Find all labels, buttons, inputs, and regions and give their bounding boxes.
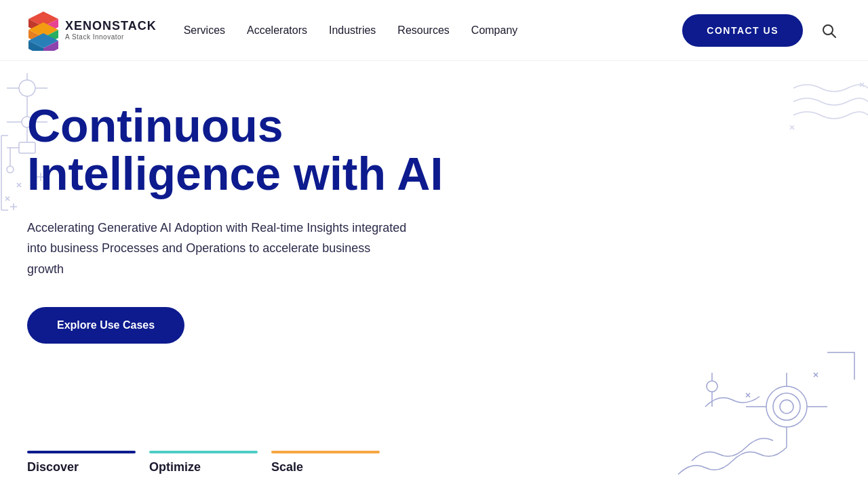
hero-content: Continuous Intelligence with AI Accelera… (27, 102, 448, 344)
bottom-item-discover: Discover (27, 451, 149, 474)
explore-use-cases-button[interactable]: Explore Use Cases (27, 307, 184, 344)
svg-line-10 (832, 33, 836, 37)
optimize-label: Optimize (149, 460, 271, 474)
navbar-right: CONTACT US (682, 14, 841, 47)
hero-title: Continuous Intelligence with AI (27, 102, 448, 199)
bottom-item-optimize: Optimize (149, 451, 271, 474)
optimize-bar (149, 451, 258, 453)
hero-title-line2: Intelligence with AI (27, 148, 443, 199)
discover-bar (27, 451, 136, 453)
search-icon (821, 22, 837, 39)
navbar: XENONSTACK A Stack Innovator Services Ac… (0, 0, 868, 61)
svg-point-41 (773, 393, 800, 420)
logo-icon (27, 10, 60, 51)
hero-title-line1: Continuous (27, 100, 283, 151)
svg-point-51 (707, 381, 717, 392)
nav-item-company[interactable]: Company (471, 24, 517, 37)
nav-links: Services Accelerators Industries Resourc… (184, 24, 518, 37)
logo-text: XENONSTACK A Stack Innovator (65, 20, 157, 41)
logo-name: XENONSTACK (65, 20, 157, 33)
nav-item-services[interactable]: Services (184, 24, 225, 37)
discover-label: Discover (27, 460, 149, 474)
logo-tagline: A Stack Innovator (65, 33, 157, 41)
scale-bar (271, 451, 380, 453)
logo[interactable]: XENONSTACK A Stack Innovator (27, 10, 157, 51)
hero-subtitle: Accelerating Generative AI Adoption with… (27, 218, 407, 280)
search-button[interactable] (816, 18, 841, 43)
hero-section: Continuous Intelligence with AI Accelera… (0, 61, 868, 488)
svg-point-40 (766, 386, 807, 427)
nav-item-resources[interactable]: Resources (397, 24, 449, 37)
scale-label: Scale (271, 460, 393, 474)
svg-point-42 (780, 400, 793, 413)
contact-us-button[interactable]: CONTACT US (682, 14, 803, 47)
nav-item-accelerators[interactable]: Accelerators (247, 24, 307, 37)
svg-point-23 (7, 166, 14, 173)
deco-circuit-right (787, 75, 868, 142)
nav-item-industries[interactable]: Industries (329, 24, 376, 37)
bottom-items-section: Discover Optimize Scale (0, 451, 868, 488)
bottom-item-scale: Scale (271, 451, 393, 474)
svg-point-11 (19, 80, 35, 96)
navbar-left: XENONSTACK A Stack Innovator Services Ac… (27, 10, 517, 51)
